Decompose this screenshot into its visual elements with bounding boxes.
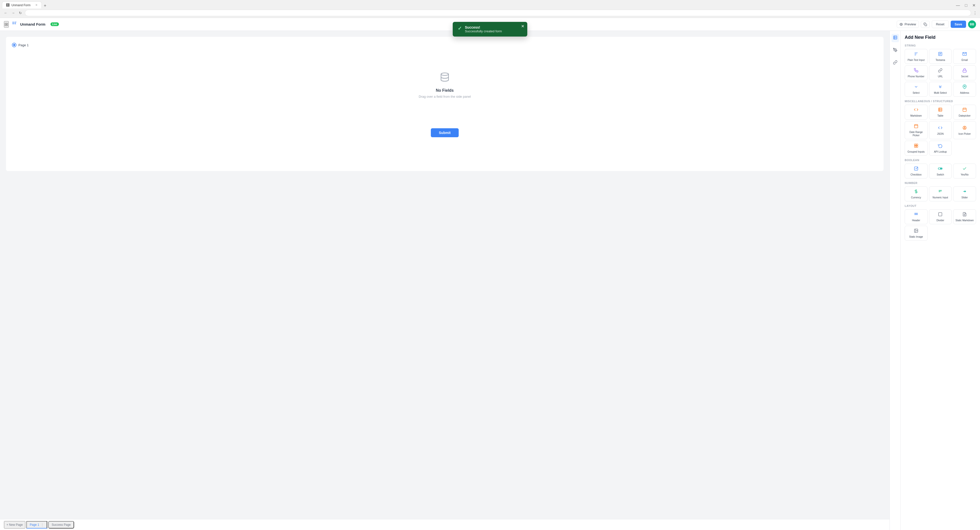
field-yes-no[interactable]: Yes/No: [953, 164, 976, 178]
field-markdown[interactable]: Markdown: [905, 105, 928, 119]
grouped-inputs-label: Grouped Inputs: [907, 150, 924, 153]
forward-button[interactable]: →: [10, 10, 16, 16]
field-grouped-inputs[interactable]: Grouped Inputs: [905, 141, 928, 156]
field-divider[interactable]: Divider: [929, 209, 952, 224]
misc-fields-grid: Markdown Table Datepicker: [905, 105, 976, 156]
logo-icon: [12, 21, 17, 27]
tab-page1[interactable]: Page 1 ⋮: [26, 521, 47, 528]
toast-check-icon: ✓: [458, 25, 462, 31]
new-tab-button[interactable]: +: [42, 3, 48, 8]
field-url[interactable]: URL: [929, 65, 952, 80]
browser-more-button[interactable]: ⋮: [973, 11, 977, 16]
field-secret[interactable]: Secret: [953, 65, 976, 80]
tab-dots[interactable]: ⋮: [41, 523, 44, 527]
sidebar-pen-button[interactable]: [891, 46, 899, 55]
submit-button[interactable]: Submit: [431, 128, 458, 137]
field-plain-text-input[interactable]: Plain Text Input: [905, 49, 928, 64]
svg-rect-42: [914, 167, 918, 170]
toast-content: Success! Successfully created form: [465, 25, 502, 33]
tab-success-page[interactable]: Success Page: [48, 521, 74, 528]
pen-icon: [893, 48, 897, 52]
panel-title: Add New Field: [905, 35, 976, 40]
field-date-range-picker[interactable]: Date Range Picker: [905, 121, 928, 139]
currency-icon: [914, 189, 918, 195]
checkbox-icon: [914, 166, 918, 172]
svg-rect-3: [14, 22, 16, 22]
reset-button[interactable]: Reset: [932, 21, 949, 28]
empty-state: No Fields Drag over a field from the sid…: [12, 52, 878, 118]
empty-title: No Fields: [436, 88, 454, 93]
toast-close-button[interactable]: ✕: [521, 24, 524, 29]
api-lookup-icon: [938, 143, 942, 149]
api-lookup-label: API Lookup: [934, 150, 947, 153]
string-fields-grid: Plain Text Input Textarea Email: [905, 49, 976, 97]
back-button[interactable]: ←: [3, 10, 8, 16]
field-currency[interactable]: Currency: [905, 186, 928, 201]
minimize-button[interactable]: —: [955, 3, 961, 8]
svg-rect-41: [916, 146, 918, 147]
page-radio-inner: [13, 44, 15, 46]
section-misc-label: Miscellaneous / Structured: [905, 100, 976, 103]
new-page-button[interactable]: + New Page: [4, 521, 25, 528]
svg-rect-40: [914, 146, 916, 147]
page-indicator: Page 1: [12, 43, 878, 47]
field-checkbox[interactable]: Checkbox: [905, 164, 928, 178]
toast-message: Successfully created form: [465, 29, 502, 33]
svg-rect-38: [914, 144, 916, 145]
field-slider[interactable]: Slider: [953, 186, 976, 201]
yes-no-icon: [963, 166, 967, 172]
share-copy-button[interactable]: [921, 21, 930, 28]
field-textarea[interactable]: Textarea: [929, 49, 952, 64]
divider-icon: [938, 212, 942, 218]
select-icon: [914, 84, 918, 90]
maximize-button[interactable]: □: [963, 3, 969, 8]
page-label: Page 1: [18, 43, 29, 47]
markdown-label: Markdown: [910, 114, 922, 117]
field-table[interactable]: Table: [929, 105, 952, 119]
sidebar-link-button[interactable]: [891, 59, 899, 67]
refresh-button[interactable]: ↻: [18, 10, 23, 16]
secret-label: Secret: [961, 75, 968, 78]
field-header[interactable]: Header: [905, 209, 928, 224]
logo-button[interactable]: [12, 21, 17, 27]
field-icon-picker[interactable]: Icon Picker: [953, 121, 976, 139]
field-static-markdown[interactable]: Static Markdown: [953, 209, 976, 224]
plain-text-icon: [914, 52, 918, 57]
page-radio[interactable]: [12, 43, 16, 47]
select-label: Select: [913, 91, 920, 94]
field-api-lookup[interactable]: API Lookup: [929, 141, 952, 156]
svg-rect-2: [13, 24, 14, 24]
url-icon: [938, 68, 942, 73]
field-static-image[interactable]: Static Image: [905, 226, 928, 240]
close-button[interactable]: ✕: [971, 3, 977, 8]
email-icon: [963, 52, 967, 57]
layout-fields-grid: Header Divider Static Markdown: [905, 209, 976, 240]
switch-icon: [938, 166, 942, 172]
save-button[interactable]: Save: [951, 21, 966, 28]
email-label: Email: [962, 59, 968, 62]
field-address[interactable]: Address: [953, 82, 976, 97]
preview-button[interactable]: Preview: [897, 21, 919, 28]
header-label: Header: [912, 219, 920, 222]
svg-rect-22: [963, 70, 966, 72]
field-json[interactable]: JSON: [929, 121, 952, 139]
field-phone-number[interactable]: Phone Number: [905, 65, 928, 80]
copy-icon: [924, 22, 927, 26]
address-bar[interactable]: [25, 10, 971, 16]
sidebar-fields-button[interactable]: [891, 34, 899, 42]
field-switch[interactable]: Switch: [929, 164, 952, 178]
avatar: BB: [968, 21, 976, 28]
field-multi-select[interactable]: Multi Select: [929, 82, 952, 97]
date-range-label: Date Range Picker: [907, 131, 926, 137]
field-numeric-input[interactable]: Numeric Input: [929, 186, 952, 201]
currency-label: Currency: [911, 196, 921, 199]
section-layout-label: Layout: [905, 204, 976, 207]
field-select[interactable]: Select: [905, 82, 928, 97]
field-email[interactable]: Email: [953, 49, 976, 64]
svg-point-44: [940, 168, 942, 169]
browser-tab[interactable]: 🅱 Unmand Form ✕: [2, 2, 42, 8]
icon-picker-icon: [963, 126, 967, 131]
grid-icon-button[interactable]: ⊞: [4, 21, 9, 28]
svg-rect-5: [14, 24, 16, 24]
field-datepicker[interactable]: Datepicker: [953, 105, 976, 119]
